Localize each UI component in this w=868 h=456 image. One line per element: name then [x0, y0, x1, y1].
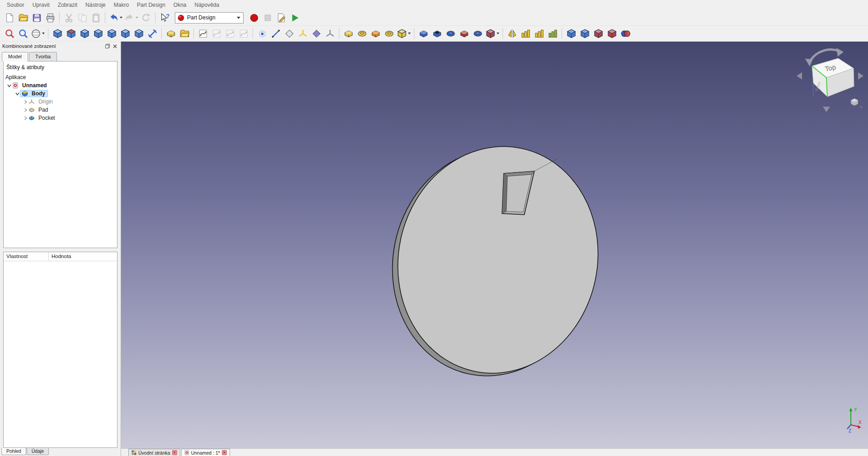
datum-axes-icon[interactable] — [296, 27, 310, 40]
menu-help[interactable]: Nápověda — [191, 0, 224, 9]
menu-windows[interactable]: Okna — [169, 0, 191, 9]
subtractive-loft-icon[interactable] — [457, 27, 471, 40]
subtractive-primitive-icon[interactable] — [484, 27, 500, 40]
boolean-icon[interactable] — [619, 27, 632, 40]
top-view-icon[interactable] — [78, 27, 91, 40]
macro-stop-icon[interactable] — [261, 11, 274, 24]
tree-item-origin[interactable]: Origin — [5, 98, 116, 106]
tab-tasks[interactable]: Tvorba — [29, 52, 57, 61]
pocket-icon[interactable] — [417, 27, 430, 40]
tab-document-unnamed[interactable]: Unnamed : 1* ✕ — [181, 449, 230, 456]
copy-icon[interactable] — [75, 11, 89, 24]
whats-this-icon[interactable]: ? — [158, 11, 171, 24]
thickness-icon[interactable] — [605, 27, 619, 40]
menu-macro[interactable]: Makro — [110, 0, 133, 9]
pad-icon[interactable] — [342, 27, 355, 40]
rear-view-icon[interactable] — [105, 27, 118, 40]
subtractive-pipe-icon[interactable] — [471, 27, 484, 40]
chamfer-icon[interactable] — [578, 27, 591, 40]
measure-icon[interactable] — [145, 27, 159, 40]
front-view-icon[interactable] — [64, 27, 78, 40]
draft-icon[interactable] — [591, 27, 605, 40]
nav-cube-menu-icon[interactable] — [851, 99, 858, 106]
macro-edit-icon[interactable] — [274, 11, 288, 24]
expand-arrow-closed-icon[interactable] — [23, 108, 28, 112]
menu-edit[interactable]: Upravit — [28, 0, 54, 9]
expand-arrow-closed-icon[interactable] — [23, 100, 28, 104]
right-view-icon[interactable] — [91, 27, 105, 40]
panel-close-button[interactable] — [111, 43, 118, 50]
menu-view[interactable]: Zobrazit — [54, 0, 81, 9]
macro-record-icon[interactable] — [247, 11, 261, 24]
multitransform-icon[interactable] — [546, 27, 559, 40]
validate-sketch-icon[interactable] — [237, 27, 250, 40]
groove-icon[interactable] — [444, 27, 457, 40]
3d-viewport[interactable]: Top Front Y X — [121, 42, 868, 448]
linear-pattern-icon[interactable] — [519, 27, 532, 40]
create-body-icon[interactable] — [164, 27, 178, 40]
datum-point-icon[interactable] — [255, 27, 269, 40]
tab-start-page[interactable]: Úvodní stránka ✕ — [128, 449, 180, 456]
panel-float-button[interactable] — [104, 43, 111, 50]
additive-loft-icon[interactable] — [369, 27, 382, 40]
rotate-down-arrow-icon[interactable] — [823, 107, 830, 112]
shape-binder-icon[interactable] — [310, 27, 323, 40]
revolution-icon[interactable] — [355, 27, 369, 40]
tree-item-pad[interactable]: Pad — [5, 106, 116, 114]
tree-item-document[interactable]: Unnamed — [5, 81, 116, 89]
paste-icon[interactable] — [89, 11, 103, 24]
close-tab-icon[interactable]: ✕ — [172, 450, 177, 455]
menu-partdesign[interactable]: Part Design — [133, 0, 169, 9]
tree-item-pocket[interactable]: Pocket — [5, 114, 116, 122]
axonometric-view-icon[interactable] — [51, 27, 64, 40]
create-sketch-icon[interactable] — [196, 27, 210, 40]
rotate-right-arrow-icon[interactable] — [858, 72, 863, 80]
tab-view-properties[interactable]: Pohled — [1, 448, 26, 455]
expand-arrow-open-icon[interactable] — [14, 92, 20, 96]
dropdown-arrow — [136, 17, 138, 19]
tab-data-properties[interactable]: Údaje — [27, 448, 49, 455]
rotate-cw-arrow-icon[interactable] — [836, 48, 844, 56]
close-tab-icon[interactable]: ✕ — [222, 450, 227, 455]
datum-line-icon[interactable] — [269, 27, 282, 40]
toolbar-separator — [502, 28, 503, 39]
map-sketch-icon[interactable] — [223, 27, 237, 40]
undo-icon[interactable] — [108, 11, 123, 24]
box-zoom-icon[interactable] — [16, 27, 30, 40]
workbench-selector[interactable]: Part Design — [175, 12, 244, 24]
refresh-icon[interactable] — [139, 11, 153, 24]
menu-tools[interactable]: Nástroje — [81, 0, 110, 9]
redo-icon[interactable] — [123, 11, 139, 24]
datum-plane-icon[interactable] — [282, 27, 296, 40]
polar-pattern-icon[interactable] — [532, 27, 546, 40]
local-cs-icon[interactable] — [323, 27, 337, 40]
fillet-icon[interactable] — [564, 27, 578, 40]
menu-file[interactable]: Soubor — [3, 0, 28, 9]
macro-play-icon[interactable] — [288, 11, 301, 24]
create-group-icon[interactable] — [178, 27, 191, 40]
tab-model[interactable]: Model — [2, 52, 28, 61]
draw-style-icon[interactable] — [30, 27, 46, 40]
left-view-icon[interactable] — [132, 27, 145, 40]
expand-arrow-closed-icon[interactable] — [23, 116, 28, 120]
additive-primitive-icon[interactable] — [396, 27, 412, 40]
edit-sketch-icon[interactable] — [210, 27, 223, 40]
open-document-icon[interactable] — [16, 11, 30, 24]
fit-all-icon[interactable] — [3, 27, 16, 40]
mirrored-icon[interactable] — [505, 27, 519, 40]
rotate-ccw-arrow-icon[interactable] — [805, 59, 813, 66]
print-icon[interactable] — [43, 11, 57, 24]
tree-item-application[interactable]: Aplikace — [5, 73, 116, 81]
nav-cube-dropdown-arrow[interactable] — [859, 106, 863, 109]
hole-icon[interactable] — [430, 27, 444, 40]
additive-pipe-icon[interactable] — [382, 27, 396, 40]
navigation-cube[interactable]: Top Front — [796, 46, 864, 115]
rotate-left-arrow-icon[interactable] — [797, 72, 802, 80]
bottom-view-icon[interactable] — [118, 27, 132, 40]
part-body-disc[interactable] — [377, 128, 619, 392]
expand-arrow-open-icon[interactable] — [6, 84, 12, 88]
save-document-icon[interactable] — [30, 11, 43, 24]
new-document-icon[interactable] — [3, 11, 16, 24]
cut-icon[interactable] — [62, 11, 75, 24]
tree-item-body[interactable]: Body — [5, 89, 116, 98]
